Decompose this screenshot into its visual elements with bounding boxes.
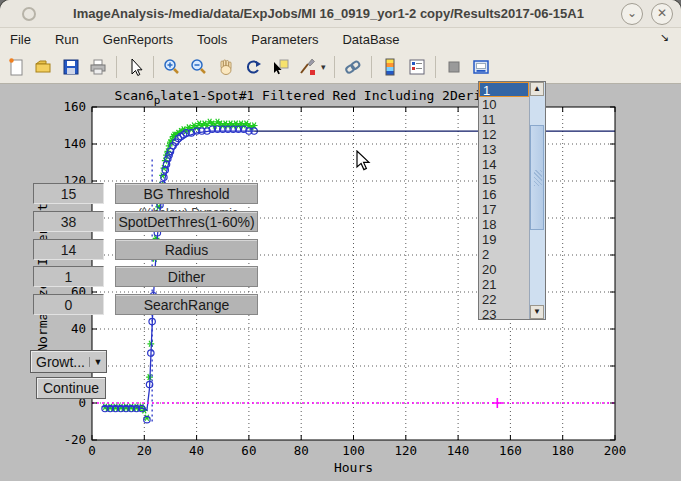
spotdetthres-field[interactable] [33,211,104,232]
svg-text:160: 160 [63,99,86,114]
scroll-down-icon[interactable]: ▼ [530,305,544,319]
menu-run[interactable]: Run [55,32,79,47]
svg-text:20: 20 [137,443,152,458]
listbox-item[interactable]: 1 [479,82,529,97]
toolbar-separator [116,56,117,78]
listbox-item[interactable]: 15 [479,172,529,187]
svg-text:-20: -20 [63,432,86,447]
listbox-item[interactable]: 18 [479,217,529,232]
listbox-item[interactable]: 10 [479,97,529,112]
listbox-item[interactable]: 19 [479,232,529,247]
toolbar-separator [153,56,154,78]
svg-text:200: 200 [604,443,627,458]
window-icon [22,7,36,21]
menu-overflow-icon[interactable]: ↘ [660,31,669,44]
svg-text:Scan6plate1-Spot#1 Filtered Re: Scan6plate1-Spot#1 Filtered Red Includin… [115,88,521,107]
chevron-down-icon: ▼ [89,357,106,367]
rotate-3d-icon[interactable] [240,54,266,80]
svg-text:140: 140 [447,443,470,458]
close-button[interactable]: ✕ [651,3,673,25]
insert-legend-icon[interactable] [404,54,430,80]
radius-field[interactable] [33,239,104,260]
link-plots-icon[interactable] [340,54,366,80]
menu-bar: File Run GenReports Tools Parameters Dat… [0,28,681,51]
menu-genreports[interactable]: GenReports [103,32,173,47]
listbox-item[interactable]: 22 [479,292,529,307]
radius-button[interactable]: Radius [115,239,258,260]
svg-text:40: 40 [189,443,204,458]
plot-tools-hide-icon[interactable] [441,54,467,80]
listbox-item[interactable]: 23 [479,307,529,319]
svg-text:Hours: Hours [334,460,373,475]
searchrange-field[interactable] [33,294,104,315]
menu-tools[interactable]: Tools [197,32,227,47]
window-title: ImageAnalysis-/media/data/ExpJobs/MI 16_… [36,6,621,21]
menu-database[interactable]: DataBase [342,32,399,47]
toolbar-separator [371,56,372,78]
scrollbar-thumb[interactable] [530,125,544,230]
searchrange-button[interactable]: SearchRange [115,294,258,315]
app-window: ImageAnalysis-/media/data/ExpJobs/MI 16_… [0,0,681,481]
bg-threshold-field[interactable] [33,183,104,204]
brush-icon[interactable] [294,54,320,80]
svg-text:180: 180 [551,443,574,458]
open-file-icon[interactable] [31,54,57,80]
continue-button[interactable]: Continue [36,377,106,399]
plot-tools-show-icon[interactable] [468,54,494,80]
title-bar: ImageAnalysis-/media/data/ExpJobs/MI 16_… [0,0,681,28]
listbox-item[interactable]: 13 [479,142,529,157]
bg-threshold-button[interactable]: BG Threshold [115,183,258,204]
listbox-scrollbar[interactable]: ▲ ▼ [529,82,545,319]
scroll-up-icon[interactable]: ▲ [530,82,544,96]
scan-listbox: 110111213141516171819220212223 ▲ ▼ [478,81,546,320]
listbox-item[interactable]: 14 [479,157,529,172]
listbox-item[interactable]: 12 [479,127,529,142]
insert-colorbar-icon[interactable] [377,54,403,80]
pan-hand-icon[interactable] [213,54,239,80]
growth-dropdown[interactable]: Growt... ▼ [30,350,107,373]
brush-dropdown-icon[interactable]: ▾ [321,62,329,72]
growth-dropdown-label: Growt... [31,354,89,370]
mouse-cursor [356,150,376,172]
pointer-icon[interactable] [122,54,148,80]
svg-text:40: 40 [71,321,86,336]
print-icon[interactable] [85,54,111,80]
listbox-item[interactable]: 17 [479,202,529,217]
menu-file[interactable]: File [10,32,31,47]
listbox-item[interactable]: 16 [479,187,529,202]
toolbar: ▾ [0,51,681,84]
spotdetthres-button[interactable]: SpotDetThres(1-60%) [115,211,258,232]
svg-text:100: 100 [342,443,365,458]
dither-field[interactable] [33,266,104,287]
svg-text:60: 60 [241,443,256,458]
toolbar-separator [435,56,436,78]
listbox-item[interactable]: 11 [479,112,529,127]
zoom-out-icon[interactable] [186,54,212,80]
menu-parameters[interactable]: Parameters [251,32,318,47]
svg-text:0: 0 [88,443,96,458]
svg-text:80: 80 [294,443,309,458]
scan-list-items: 110111213141516171819220212223 [479,82,529,319]
zoom-in-icon[interactable] [159,54,185,80]
svg-text:160: 160 [499,443,522,458]
data-cursor-icon[interactable] [267,54,293,80]
listbox-item[interactable]: 2 [479,247,529,262]
listbox-item[interactable]: 21 [479,277,529,292]
new-file-icon[interactable] [4,54,30,80]
dither-button[interactable]: Dither [115,266,258,287]
toolbar-separator [334,56,335,78]
svg-text:140: 140 [63,136,86,151]
figure-area: 020406080100120140160180200-200204060801… [0,84,681,481]
listbox-item[interactable]: 20 [479,262,529,277]
save-icon[interactable] [58,54,84,80]
svg-text:120: 120 [395,443,418,458]
minimize-button[interactable]: ⌄ [621,3,643,25]
